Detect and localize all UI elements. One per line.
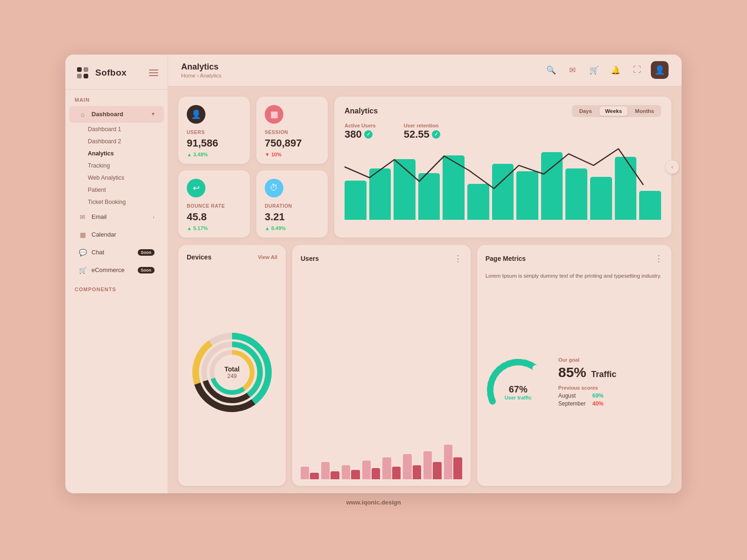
outer-wrapper: Sofbox Main ⌂ Dashboard ▾ Dashboard 1 Da…	[0, 0, 747, 560]
sidebar-item-tracking[interactable]: Tracking	[88, 160, 168, 172]
collapse-button[interactable]: ‹	[666, 161, 679, 174]
analytics-stats: Active Users 380 ✓ User retention 52.55	[345, 123, 661, 140]
bell-button[interactable]: 🔔	[608, 63, 623, 77]
devices-header: Devices View All	[187, 253, 277, 261]
footer-text: www.iqonic.design	[346, 499, 401, 506]
main-section-label: Main	[65, 90, 168, 105]
users-bar-pink-4	[382, 457, 391, 479]
users-bar-red-6	[433, 462, 441, 479]
donut-chart-wrapper: Total 249	[187, 266, 277, 479]
bar-wrap-6	[492, 164, 514, 219]
gauge-value: 67%	[505, 384, 532, 395]
user-retention-value: 52.55 ✓	[404, 128, 440, 140]
svg-rect-0	[77, 67, 82, 72]
sidebar-item-chat[interactable]: 💬 Chat Soon	[69, 244, 164, 261]
users-bar-pink-3	[362, 461, 371, 479]
top-row: 👤 USERS 91,586 ▲ 3.48% ▦ SESSION 750,897…	[178, 97, 671, 238]
home-icon: ⌂	[78, 110, 87, 119]
mail-button[interactable]: ✉	[565, 63, 580, 77]
expand-button[interactable]: ⛶	[629, 63, 644, 77]
users-bar-col-2	[342, 456, 360, 479]
bounce-change: ▲ 5.17%	[187, 225, 241, 231]
bar-wrap-8	[541, 152, 563, 220]
users-bar-chart	[301, 273, 462, 479]
sidebar-item-ecommerce[interactable]: 🛒 eCommerce Soon	[69, 262, 164, 279]
users-bar-pink-0	[301, 467, 309, 479]
hamburger-icon[interactable]	[149, 70, 158, 76]
sidebar-item-dashboard[interactable]: ⌂ Dashboard ▾	[69, 106, 164, 123]
svg-rect-3	[84, 74, 88, 78]
users-bar-red-7	[453, 457, 462, 479]
september-month: September	[558, 400, 589, 407]
tab-months[interactable]: Months	[629, 106, 660, 116]
tab-weeks[interactable]: Weeks	[599, 106, 627, 116]
bar-3	[418, 173, 440, 219]
users-value: 91,586	[187, 138, 241, 149]
sidebar-item-dashboard1[interactable]: Dashboard 1	[88, 123, 168, 135]
page-title: Analytics	[181, 62, 543, 72]
duration-icon-circle: ⏱	[265, 179, 283, 197]
users-header: Users ⋮	[301, 253, 462, 264]
bar-wrap-9	[565, 168, 587, 220]
email-icon: ✉	[78, 213, 87, 221]
tab-days[interactable]: Days	[573, 106, 598, 116]
breadcrumb-home[interactable]: Home	[181, 73, 196, 78]
metric-card-bounce: ↩ BOUNCE RATE 45.8 ▲ 5.17%	[178, 170, 250, 238]
cart-button[interactable]: 🛒	[586, 63, 601, 77]
users-bar-red-0	[310, 473, 318, 479]
page-metrics-header: Page Metrics ⋮	[486, 253, 663, 264]
sidebar-item-ticketbooking[interactable]: Ticket Booking	[88, 196, 168, 208]
users-bar-col-3	[362, 449, 381, 479]
topbar-actions: 🔍 ✉ 🛒 🔔 ⛶ 👤	[543, 61, 669, 79]
august-month: August	[558, 392, 589, 399]
bar-9	[565, 168, 587, 220]
user-retention-label: User retention	[404, 123, 440, 128]
bar-wrap-0	[345, 181, 366, 220]
users-bar-inner-0	[301, 461, 319, 479]
view-all-link[interactable]: View All	[258, 254, 277, 260]
ecommerce-badge: Soon	[138, 267, 155, 273]
users-bar-pink-5	[403, 454, 411, 479]
active-users-stat: Active Users 380 ✓	[345, 123, 376, 140]
goal-label: Our goal	[558, 357, 663, 363]
sidebar-item-email[interactable]: ✉ Email ›	[69, 209, 164, 225]
goal-type: Traffic	[591, 370, 616, 379]
sidebar-item-patient[interactable]: Patient	[88, 184, 168, 196]
users-bar-red-5	[413, 465, 421, 479]
users-bar-inner-6	[423, 434, 442, 479]
sidebar-item-dashboard2[interactable]: Dashboard 2	[88, 135, 168, 147]
users-bar-red-3	[372, 468, 380, 479]
bar-wrap-11	[615, 157, 637, 219]
session-change: ▼ 10%	[265, 152, 319, 157]
users-bar-pink-7	[444, 445, 452, 479]
goal-value: 85%	[558, 364, 586, 380]
users-more-icon[interactable]: ⋮	[454, 253, 462, 264]
chat-icon: 💬	[78, 248, 87, 257]
august-score-row: August 69%	[558, 392, 663, 399]
session-value: 750,897	[265, 138, 319, 149]
search-button[interactable]: 🔍	[543, 63, 558, 77]
users-bar-inner-2	[342, 456, 360, 479]
users-bar-red-4	[392, 467, 401, 479]
topbar: Analytics Home › Analytics 🔍 ✉ 🛒 🔔 ⛶ 👤	[168, 55, 682, 86]
duration-value: 3.21	[265, 211, 319, 223]
bar-wrap-4	[443, 155, 465, 219]
page-metrics-more-icon[interactable]: ⋮	[655, 253, 663, 264]
metric-card-duration: ⏱ DURATION 3.21 ▲ 8.49%	[256, 170, 328, 238]
user-retention-check: ✓	[432, 130, 440, 139]
bar-wrap-12	[639, 191, 661, 219]
sidebar-dashboard-label: Dashboard	[92, 111, 123, 118]
users-change: ▲ 3.48%	[187, 152, 241, 157]
tab-group: Days Weeks Months	[572, 105, 661, 117]
users-bar-red-1	[331, 471, 339, 479]
sidebar-item-analytics[interactable]: Analytics	[88, 147, 168, 160]
august-score: 69%	[592, 392, 604, 399]
users-icon-circle: 👤	[187, 105, 205, 124]
bar-11	[615, 157, 637, 219]
sidebar-item-webanalytics[interactable]: Web Analytics	[88, 172, 168, 184]
svg-rect-1	[84, 67, 88, 72]
bounce-icon-circle: ↩	[187, 179, 205, 197]
sidebar-item-calendar[interactable]: ▦ Calendar	[69, 226, 164, 243]
avatar[interactable]: 👤	[651, 61, 669, 79]
bounce-value: 45.8	[187, 211, 241, 223]
